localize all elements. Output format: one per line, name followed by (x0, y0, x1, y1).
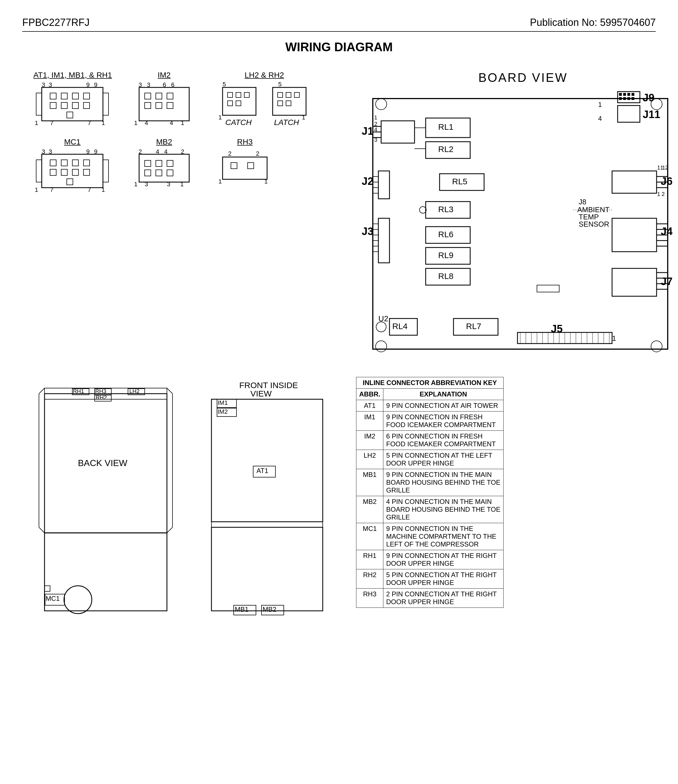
svg-text:1: 1 (374, 114, 377, 120)
svg-text:12: 12 (662, 165, 668, 171)
svg-rect-62 (72, 169, 78, 175)
svg-text:9: 9 (94, 82, 97, 88)
svg-rect-75 (156, 161, 162, 167)
svg-rect-3 (50, 93, 56, 99)
svg-rect-101 (619, 97, 622, 100)
front-view-svg: FRONT INSIDE VIEW IM1 IM2 AT1 MB1 (189, 377, 351, 628)
connector-svg-im2: 3 6 6 3 1 1 4 4 (134, 82, 195, 126)
svg-rect-236 (211, 399, 323, 522)
svg-text:2: 2 (374, 121, 377, 127)
abbr-explanation: 5 PIN CONNECTION AT THE LEFT DOOR UPPER … (383, 450, 504, 469)
table-title: INLINE CONNECTOR ABBREVIATION KEY (356, 377, 504, 389)
svg-rect-111 (381, 121, 415, 143)
board-view-area: BOARD VIEW J9 J11 1 4 (356, 71, 678, 356)
abbr-explanation: 6 PIN CONNECTION IN FRESH FOOD ICEMAKER … (383, 431, 504, 450)
svg-rect-74 (145, 161, 151, 167)
svg-text:1: 1 (101, 186, 105, 193)
svg-rect-126 (612, 171, 656, 193)
svg-rect-171 (537, 285, 559, 292)
svg-rect-61 (61, 169, 67, 175)
svg-text:1: 1 (134, 181, 137, 188)
svg-rect-26 (167, 103, 173, 109)
model-number: FPBC2277RFJ (22, 17, 90, 28)
svg-rect-25 (156, 103, 162, 109)
svg-rect-64 (67, 179, 73, 185)
abbr-code: MC1 (356, 523, 383, 550)
abbr-code: IM1 (356, 411, 383, 431)
svg-rect-9 (72, 103, 78, 109)
svg-text:SENSOR: SENSOR (578, 220, 609, 228)
abbr-explanation: 9 PIN CONNECTION AT THE RIGHT DOOR UPPER… (383, 550, 504, 569)
svg-point-206 (376, 98, 387, 110)
svg-text:2: 2 (138, 149, 142, 155)
svg-rect-7 (50, 103, 56, 109)
svg-rect-46 (278, 92, 283, 97)
svg-text:J9: J9 (643, 92, 654, 104)
abbr-code: LH2 (356, 450, 383, 469)
svg-text:3: 3 (138, 82, 142, 88)
svg-text:9: 9 (94, 149, 97, 155)
connector-label-at1: AT1, IM1, MB1, & RH1 (33, 71, 112, 79)
table-row: LH25 PIN CONNECTION AT THE LEFT DOOR UPP… (356, 450, 504, 469)
svg-rect-20 (139, 87, 189, 121)
abbr-explanation: 9 PIN CONNECTION IN THE MAIN BOARD HOUSI… (383, 469, 504, 496)
svg-text:MB2: MB2 (263, 606, 276, 613)
connector-svg-at1: 3 9 9 3 1 1 7 7 (33, 82, 111, 126)
svg-text:2: 2 (228, 150, 232, 157)
svg-rect-1 (36, 93, 42, 115)
svg-line-222 (39, 527, 45, 533)
svg-rect-57 (61, 160, 67, 166)
abbr-explanation: 5 PIN CONNECTION AT THE RIGHT DOOR UPPER… (383, 569, 504, 589)
svg-text:J3: J3 (362, 226, 373, 237)
svg-text:RL4: RL4 (392, 321, 407, 331)
abbr-code: AT1 (356, 400, 383, 411)
svg-text:RH3: RH3 (95, 388, 106, 394)
svg-rect-8 (61, 103, 67, 109)
svg-text:J2: J2 (362, 175, 373, 187)
svg-rect-11 (67, 112, 73, 118)
connector-label-rh3: RH3 (217, 137, 273, 147)
svg-text:2: 2 (181, 149, 184, 155)
svg-rect-158 (378, 218, 389, 263)
svg-text:RH1: RH1 (73, 388, 84, 394)
abbr-code: RH2 (356, 569, 383, 589)
connector-group-im2: IM2 3 6 6 3 1 1 4 4 (134, 71, 195, 128)
svg-rect-55 (103, 160, 109, 182)
svg-rect-106 (617, 106, 640, 122)
front-view-area: FRONT INSIDE VIEW IM1 IM2 AT1 MB1 (189, 377, 356, 629)
svg-rect-40 (228, 101, 233, 106)
svg-point-205 (651, 341, 662, 352)
svg-text:AT1: AT1 (257, 467, 268, 474)
svg-rect-78 (156, 170, 162, 176)
svg-text:3: 3 (145, 181, 148, 188)
abbr-code: RH1 (356, 550, 383, 569)
col-explanation: EXPLANATION (383, 389, 504, 400)
svg-line-210 (39, 388, 45, 394)
svg-text:1: 1 (134, 120, 137, 126)
svg-text:4: 4 (145, 120, 148, 126)
back-view-area: RH1 RH3 LH2 RH2 BACK VIEW MC1 (22, 377, 189, 629)
svg-text:J7: J7 (661, 276, 672, 287)
svg-text:7: 7 (50, 120, 53, 126)
board-view-svg: J9 J11 1 4 J1 2 4 1 3 (356, 90, 678, 355)
svg-text:6: 6 (163, 82, 166, 88)
svg-text:RL1: RL1 (438, 122, 454, 131)
svg-text:LATCH: LATCH (274, 118, 299, 126)
svg-rect-79 (167, 170, 173, 176)
svg-rect-151 (612, 218, 656, 252)
svg-text:RL3: RL3 (438, 205, 454, 214)
svg-rect-88 (222, 157, 267, 179)
board-view-title: BOARD VIEW (356, 71, 678, 85)
svg-text:FRONT INSIDE: FRONT INSIDE (239, 380, 298, 390)
svg-text:5: 5 (222, 82, 226, 88)
svg-text:7: 7 (88, 120, 91, 126)
svg-rect-97 (619, 93, 622, 96)
svg-text:1: 1 (218, 178, 222, 185)
table-row: IM19 PIN CONNECTION IN FRESH FOOD ICEMAK… (356, 411, 504, 431)
svg-point-179 (376, 322, 386, 332)
connector-group-mb2: MB2 2 4 4 2 1 3 3 1 (134, 137, 195, 194)
connector-label-mb2: MB2 (134, 137, 195, 147)
svg-rect-37 (228, 92, 233, 97)
svg-rect-38 (236, 92, 241, 97)
table-row: MB19 PIN CONNECTION IN THE MAIN BOARD HO… (356, 469, 504, 496)
